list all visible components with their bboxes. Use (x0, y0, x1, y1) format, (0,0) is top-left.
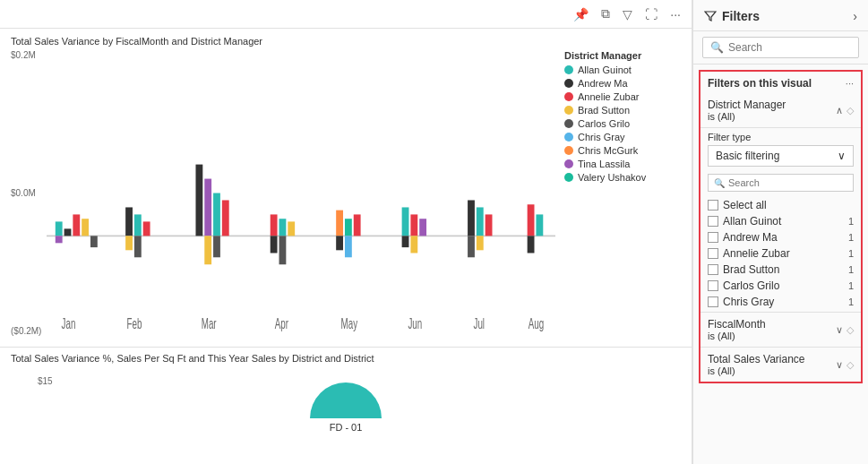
legend-title: District Manager (564, 50, 681, 61)
fiscal-month-value: is (All) (708, 331, 766, 341)
chart-area: $0.2M $0.0M ($0.2M) (11, 50, 681, 336)
filters-search-input[interactable] (728, 41, 851, 54)
total-sales-header: Total Sales Variance is (All) ∨ ◇ (708, 353, 854, 376)
filter-type-label: Filter type (708, 132, 854, 142)
expand-icon[interactable]: ⛶ (641, 5, 661, 23)
semi-circle-container: FD - 01 (310, 382, 382, 433)
filter-label-0: Allan Guinot (723, 215, 781, 228)
svg-text:May: May (341, 316, 358, 332)
y-label-bot: ($0.2M) (11, 326, 43, 336)
total-sales-eraser[interactable]: ◇ (847, 359, 854, 371)
svg-rect-30 (419, 219, 426, 236)
fiscal-month-eraser[interactable]: ◇ (847, 324, 854, 336)
filter-count-0: 1 (848, 216, 854, 227)
lower-chart-area: $15 FD - 01 (11, 367, 681, 448)
total-sales-chevron[interactable]: ∨ (836, 359, 843, 371)
total-sales-name: Total Sales Variance (708, 353, 805, 365)
fiscal-month-header: FiscalMonth is (All) ∨ ◇ (708, 318, 854, 341)
dm-eraser-icon[interactable]: ◇ (847, 105, 854, 116)
legend-label-2: Annelie Zubar (578, 91, 640, 102)
filters-panel-chevron[interactable]: › (853, 9, 857, 23)
filter-item-left-2: Annelie Zubar (708, 247, 790, 260)
filters-panel: Filters › 🔍 Filters on this visual ··· D… (692, 0, 868, 464)
svg-rect-31 (402, 236, 409, 247)
filter-items-search-input[interactable] (728, 177, 847, 188)
svg-rect-13 (204, 179, 211, 236)
filter-checkbox-1[interactable] (708, 232, 718, 243)
dm-collapse-icon[interactable]: ∧ (836, 105, 843, 116)
legend-dot-8 (564, 173, 573, 182)
filter-item-1[interactable]: Andrew Ma 1 (708, 229, 854, 245)
legend-label-5: Chris Gray (578, 132, 625, 142)
svg-text:Apr: Apr (275, 316, 289, 332)
legend-item-4: Carlos Grilo (564, 118, 681, 129)
filter-checkbox-0[interactable] (708, 216, 718, 227)
filter-checkbox-3[interactable] (708, 264, 718, 275)
copy-icon[interactable]: ⧉ (597, 4, 614, 23)
legend-dot-4 (564, 119, 573, 128)
legend-label-7: Tina Lassila (578, 159, 630, 169)
filter-item-2[interactable]: Annelie Zubar 1 (708, 245, 854, 262)
legend-dot-3 (564, 106, 573, 115)
pin-icon[interactable]: 📌 (570, 5, 592, 23)
filter-item-4[interactable]: Carlos Grilo 1 (708, 278, 854, 294)
filter-items-list: Select all Allan Guinot 1 Andrew Ma 1 (700, 195, 861, 312)
svg-rect-32 (410, 236, 417, 253)
filter-count-3: 1 (848, 264, 854, 275)
svg-rect-14 (213, 193, 220, 236)
legend-dot-2 (564, 92, 573, 101)
filter-item-3[interactable]: Brad Sutton 1 (708, 262, 854, 278)
more-icon[interactable]: ··· (666, 5, 684, 23)
filter-checkbox-4[interactable] (708, 280, 718, 291)
svg-rect-20 (288, 221, 295, 236)
filter-checkbox-5[interactable] (708, 296, 718, 307)
bar-chart-svg: Jan Feb Mar Apr May Jun Jul Aug (47, 50, 555, 336)
fiscal-month-info: FiscalMonth is (All) (708, 318, 766, 341)
svg-rect-8 (134, 214, 142, 236)
svg-rect-35 (486, 214, 493, 236)
filter-item-left-0: Allan Guinot (708, 215, 781, 228)
filter-type-value: Basic filtering (716, 150, 779, 162)
chart-toolbar: 📌 ⧉ ▽ ⛶ ··· (0, 0, 692, 29)
svg-text:Jul: Jul (474, 316, 486, 332)
svg-rect-15 (222, 200, 229, 236)
svg-rect-37 (477, 236, 484, 250)
filters-on-visual-more[interactable]: ··· (846, 78, 854, 89)
filter-label-3: Brad Sutton (723, 263, 779, 276)
fiscal-month-icons: ∨ ◇ (836, 324, 854, 336)
filter-item-5[interactable]: Chris Gray 1 (708, 294, 854, 310)
filters-title-group: Filters (704, 9, 760, 23)
filters-on-visual: Filters on this visual ··· District Mana… (699, 70, 863, 383)
legend-label-1: Andrew Ma (578, 78, 628, 89)
svg-text:Mar: Mar (202, 316, 217, 332)
filter-type-dropdown[interactable]: Basic filtering ∨ (708, 145, 854, 167)
svg-text:Feb: Feb (127, 316, 142, 332)
legend-item-7: Tina Lassila (564, 159, 681, 169)
filter-item-select-all[interactable]: Select all (708, 197, 854, 213)
filter-label-1: Andrew Ma (723, 231, 778, 244)
legend-item-2: Annelie Zubar (564, 91, 681, 102)
legend-item-5: Chris Gray (564, 132, 681, 142)
y-label-top: $0.2M (11, 50, 43, 60)
filter-toolbar-icon[interactable]: ▽ (619, 5, 636, 23)
filters-search-box[interactable]: 🔍 (702, 37, 859, 58)
filter-checkbox-select-all[interactable] (708, 200, 718, 211)
fiscal-month-chevron[interactable]: ∨ (836, 324, 843, 336)
filter-checkbox-2[interactable] (708, 248, 718, 259)
main-content: 📌 ⧉ ▽ ⛶ ··· Total Sales Variance by Fisc… (0, 0, 692, 464)
filter-label-2: Annelie Zubar (723, 247, 790, 260)
filters-search-area: 🔍 (693, 31, 868, 64)
legend-dot-1 (564, 79, 573, 88)
filter-item-0[interactable]: Allan Guinot 1 (708, 213, 854, 229)
filter-item-left-3: Brad Sutton (708, 263, 779, 276)
svg-rect-25 (354, 214, 361, 236)
svg-rect-40 (528, 236, 535, 253)
filter-items-search-box[interactable]: 🔍 (708, 174, 854, 192)
total-sales-icons: ∨ ◇ (836, 359, 854, 371)
filter-item-left-5: Chris Gray (708, 296, 774, 308)
legend-item-8: Valery Ushakov (564, 172, 681, 183)
filter-type-section: Filter type Basic filtering ∨ (700, 128, 861, 170)
svg-rect-10 (125, 236, 133, 250)
svg-rect-6 (56, 236, 63, 243)
y-axis: $0.2M $0.0M ($0.2M) (11, 50, 47, 336)
